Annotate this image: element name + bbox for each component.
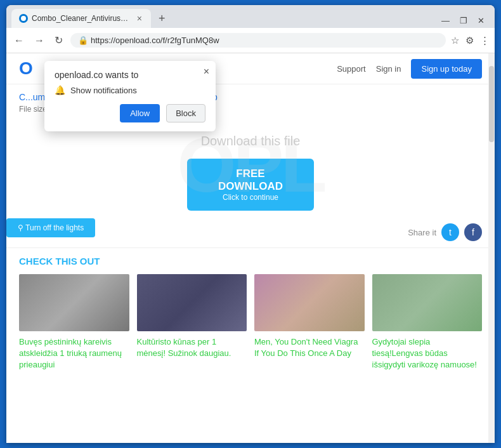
download-area: OPL Download this file FREE DOWNLOAD Cli… [6, 128, 495, 247]
page-content: × openload.co wants to 🔔 Show notificati… [6, 53, 495, 443]
article-image [19, 274, 129, 331]
restore-button[interactable]: ❐ [460, 16, 467, 25]
scrollbar-thumb[interactable] [489, 66, 494, 142]
twitter-button[interactable]: t [441, 223, 459, 241]
popup-notification-row: 🔔 Show notifications [55, 85, 205, 95]
lock-icon: 🔒 [78, 36, 88, 45]
article-card[interactable]: Buvęs pėstininkų kareivis atskleidžia 1 … [19, 274, 129, 371]
support-link[interactable]: Support [337, 64, 366, 74]
active-tab[interactable]: Combo_Cleaner_Antivirus_Premi... × [11, 9, 151, 28]
address-icons: ☆ ⚙ ⋮ [451, 35, 490, 46]
url-text: https://openload.co/f/r2fgTunMQ8w [91, 36, 219, 45]
download-label: Download this file [201, 134, 301, 148]
signup-button[interactable]: Sign up today [411, 59, 482, 79]
minimize-button[interactable]: — [441, 16, 450, 25]
lights-button[interactable]: ⚲ Turn off the lights [6, 218, 95, 237]
tab-favicon [19, 14, 28, 23]
popup-title: openload.co wants to [55, 70, 205, 80]
tab-close-button[interactable]: × [136, 13, 143, 23]
browser-window: Combo_Cleaner_Antivirus_Premi... × + — ❐… [6, 5, 495, 443]
articles-grid: Buvęs pėstininkų kareivis atskleidžia 1 … [19, 274, 482, 371]
article-image [254, 274, 365, 331]
check-section-title: CHECK THIS OUT [19, 256, 482, 267]
popup-notification-text: Show notifications [70, 86, 137, 95]
tab-bar: Combo_Cleaner_Antivirus_Premi... × + — ❐… [6, 5, 495, 28]
free-download-button[interactable]: FREE DOWNLOAD Click to continue [187, 159, 314, 211]
allow-button[interactable]: Allow [120, 104, 160, 122]
refresh-button[interactable]: ↻ [52, 33, 65, 48]
signin-link[interactable]: Sign in [376, 64, 401, 74]
menu-icon[interactable]: ⋮ [480, 35, 490, 46]
article-title: Buvęs pėstininkų kareivis atskleidžia 1 … [19, 336, 129, 371]
article-title: Gydytojai slepia tiesą!Lengvas būdas išs… [372, 336, 483, 371]
tab-title: Combo_Cleaner_Antivirus_Premi... [32, 14, 132, 23]
article-card[interactable]: Gydytojai slepia tiesą!Lengvas būdas išs… [372, 274, 483, 371]
popup-close-button[interactable]: × [204, 66, 209, 77]
site-nav: Support Sign in Sign up today [337, 59, 482, 79]
download-main-text: FREE DOWNLOAD [205, 168, 296, 193]
download-sub-text: Click to continue [205, 193, 296, 202]
article-image [137, 274, 247, 331]
close-button[interactable]: ✕ [478, 16, 485, 25]
notification-popup: × openload.co wants to 🔔 Show notificati… [44, 61, 216, 131]
article-card[interactable]: Kultūristo kūnas per 1 mėnesį! Sužinok d… [137, 274, 247, 371]
window-controls: — ❐ ✕ [441, 16, 490, 28]
address-bar: ← → ↻ 🔒 https://openload.co/f/r2fgTunMQ8… [6, 28, 495, 53]
article-title: Kultūristo kūnas per 1 mėnesį! Sužinok d… [137, 336, 247, 359]
back-button[interactable]: ← [11, 34, 27, 48]
bell-icon: 🔔 [55, 85, 65, 95]
share-row: Share it t f [408, 223, 482, 241]
article-title: Men, You Don't Need Viagra If You Do Thi… [254, 336, 365, 359]
popup-buttons: Allow Block [55, 104, 205, 122]
facebook-button[interactable]: f [464, 223, 482, 241]
check-section: CHECK THIS OUT Buvęs pėstininkų kareivis… [6, 247, 495, 379]
bookmark-icon[interactable]: ☆ [451, 35, 459, 46]
article-card[interactable]: Men, You Don't Need Viagra If You Do Thi… [254, 274, 365, 371]
block-button[interactable]: Block [166, 104, 205, 122]
extension-icon[interactable]: ⚙ [465, 35, 474, 46]
url-bar[interactable]: 🔒 https://openload.co/f/r2fgTunMQ8w [70, 33, 446, 48]
share-text: Share it [408, 228, 436, 237]
article-image [372, 274, 483, 331]
forward-button[interactable]: → [32, 34, 47, 48]
scrollbar[interactable] [488, 53, 495, 443]
site-logo: O [19, 58, 33, 79]
new-tab-button[interactable]: + [153, 10, 171, 28]
